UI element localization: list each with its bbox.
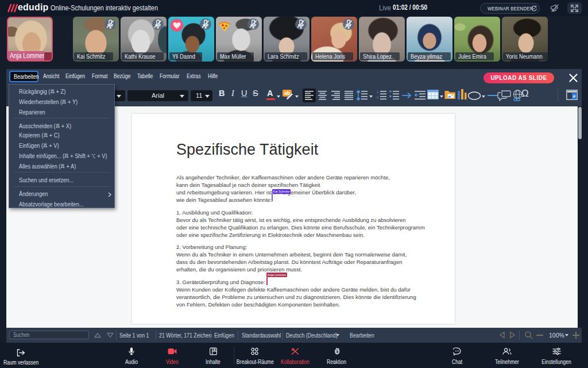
- svg-text:2.: 2.: [377, 95, 380, 99]
- svg-text:1.: 1.: [377, 90, 380, 94]
